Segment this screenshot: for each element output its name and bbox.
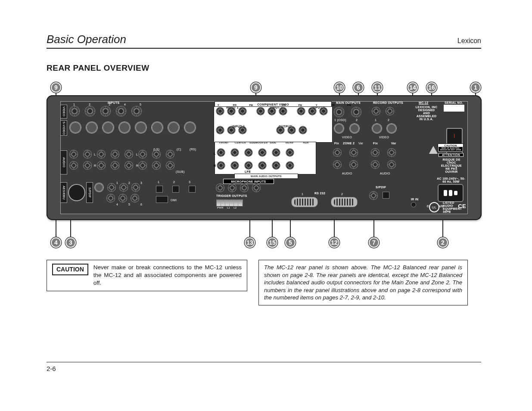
- rca-jack: [286, 162, 294, 169]
- lbl-l: L: [214, 152, 216, 155]
- lbl-fix: Fix: [373, 142, 378, 145]
- rca-jack: [152, 162, 160, 169]
- rca-jack: [108, 184, 115, 191]
- tab-spdif: S/PDIF: [86, 182, 93, 203]
- leader-line: [249, 220, 250, 237]
- zone2-R: [333, 161, 358, 168]
- lbl-r: R: [214, 164, 216, 167]
- component-ch-label: Y: [264, 104, 271, 106]
- rca-jack: [350, 149, 358, 156]
- rca-jack: [257, 107, 264, 115]
- leader-line: [290, 220, 291, 237]
- rca-jack: [227, 107, 235, 115]
- lbl-var: Var: [391, 142, 396, 145]
- rec-out-video: [372, 107, 394, 115]
- lbl-mfr: LEXICON, INC DESIGNED AND ASSEMBLED IN U…: [414, 106, 439, 121]
- rca-jack: [227, 126, 235, 134]
- rca-jack: [350, 161, 358, 168]
- lbl-irin: IR IN: [411, 198, 418, 201]
- optical-row: [156, 186, 196, 193]
- page-footer: 2-6: [47, 362, 481, 372]
- rca-jack: [85, 106, 95, 116]
- tab-aesebu: AES/EBU: [60, 182, 67, 203]
- header-title: Basic Operation: [47, 33, 126, 46]
- rca-jack: [107, 194, 115, 202]
- rca-jack: [125, 162, 133, 169]
- caution-text: Never make or break connections to the M…: [93, 264, 242, 287]
- description-note: The MC-12 rear panel is shown above. The…: [258, 260, 468, 305]
- rca-jack: [272, 162, 280, 169]
- comp-in1: [216, 107, 246, 115]
- rec-audio-R: [371, 161, 395, 168]
- lbl-l: L: [94, 153, 96, 156]
- rca-jack: [132, 106, 141, 116]
- callout-circle: 10: [334, 82, 345, 93]
- rca-jack: [333, 161, 341, 168]
- num: 1: [116, 181, 118, 184]
- mic-row: [216, 184, 260, 192]
- callout-circle: 5: [285, 237, 296, 248]
- audio-col-label: SIDE: [266, 141, 280, 144]
- audio-col-label: SUBWOOFER: [249, 141, 264, 144]
- lbl-serial: SERIAL NO.: [445, 101, 463, 104]
- rca-jack: [84, 150, 91, 158]
- svideo-jack: [168, 122, 179, 133]
- panel-plate: VIDEO S-VIDEO AUDIO AES/EBU S/PDIF INPUT…: [60, 101, 468, 214]
- num: 1: [73, 103, 75, 106]
- rs232-port-2: [331, 197, 358, 207]
- caution-note: CAUTION Never make or break connections …: [47, 260, 247, 291]
- num: 3: [189, 181, 190, 184]
- rca-jack: [125, 150, 133, 158]
- notes-row: CAUTION Never make or break connections …: [47, 260, 481, 305]
- lbl-spdif-out: S/PDIF: [376, 186, 386, 189]
- rca-jack: [286, 149, 294, 156]
- num: 4: [116, 203, 118, 206]
- trigger-switches: [216, 199, 243, 206]
- tab-audio: AUDIO: [60, 150, 67, 174]
- callout-circle: 3: [65, 237, 76, 248]
- rca-jack: [139, 162, 146, 169]
- rca-jack: [277, 126, 284, 134]
- num: 3: [140, 181, 142, 184]
- comp-out: [277, 126, 307, 134]
- rca-jack: [333, 149, 341, 156]
- rca-jack: [288, 126, 296, 134]
- main-out-video: [334, 107, 361, 117]
- num: 2: [341, 193, 343, 196]
- rca-jack: [217, 149, 225, 156]
- ce-mark-icon: CE: [458, 203, 466, 209]
- rca-jack: [352, 107, 361, 117]
- lbl-1: 1: [375, 118, 376, 121]
- leader-line: [70, 220, 71, 237]
- lbl-sub: (SUB): [176, 170, 185, 173]
- lbl-r: R: [136, 164, 138, 167]
- spdif-out-optical: [383, 192, 389, 199]
- lbl-var: Var: [358, 142, 363, 145]
- lbl-2: 2: [356, 118, 358, 121]
- lbl-main-audio: MAIN AUDIO OUTPUTS: [234, 174, 298, 179]
- audio-in-L: [70, 150, 174, 158]
- callout-circle: 9: [251, 82, 261, 93]
- callout-circle: 11: [372, 82, 383, 93]
- trigger-label: L1: [227, 206, 230, 209]
- audio-col-label: CENTER: [233, 141, 248, 144]
- rca-jack: [268, 107, 276, 115]
- component-ch-label: Y: [215, 104, 222, 106]
- num: 2: [89, 103, 90, 106]
- rca-jack: [111, 150, 119, 158]
- comp-in3: [297, 107, 327, 115]
- lbl-trigger: TRIGGER OUTPUTS: [216, 194, 247, 197]
- header-brand: Lexicon: [457, 37, 481, 45]
- component-ch-label: PB: [296, 104, 304, 106]
- section-title: REAR PANEL OVERVIEW: [47, 63, 481, 73]
- svideo-jack: [70, 122, 81, 133]
- rca-jack: [101, 106, 110, 116]
- callout-circle: 14: [408, 82, 418, 93]
- component-ch-label: PR: [231, 104, 239, 106]
- rca-jack: [70, 150, 78, 158]
- spdif-row1: [95, 183, 140, 192]
- callout-circle: 7: [369, 237, 379, 248]
- svideo-row: [70, 122, 196, 133]
- rca-jack: [111, 162, 119, 169]
- component-ch-label: PB: [345, 104, 353, 106]
